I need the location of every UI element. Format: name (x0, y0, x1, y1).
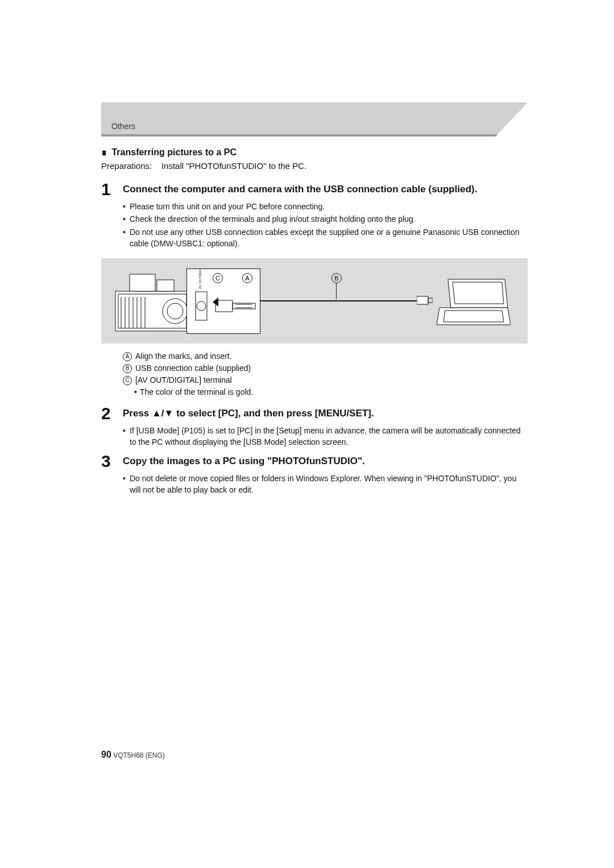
step-body: Connect the computer and camera with the… (123, 181, 528, 250)
preparations-line: Preparations: Install "PHOTOfunSTUDIO" t… (101, 161, 528, 171)
prep-label: Preparations: (101, 161, 152, 171)
svg-rect-26 (428, 298, 433, 303)
step-heading: Copy the images to a PC using "PHOTOfunS… (123, 455, 528, 468)
cable-line (260, 300, 420, 301)
header-accent (101, 134, 528, 137)
annot-text: USB connection cable (supplied) (135, 363, 251, 373)
diagram-label-b: B (331, 273, 342, 283)
prep-text: Install "PHOTOfunSTUDIO" to the PC. (161, 161, 306, 171)
page-number: 90 (101, 750, 111, 759)
annot-mark: A (123, 352, 132, 361)
step-number: 2 (101, 405, 123, 422)
annotation-item: AAlign the marks, and insert. (123, 350, 528, 362)
annotation-sub: The color of the terminal is gold. (123, 386, 528, 398)
annotation-item: C[AV OUT/DIGITAL] terminal (123, 374, 528, 386)
laptop-icon (437, 276, 511, 328)
svg-point-2 (163, 299, 188, 324)
step-number: 1 (101, 181, 123, 198)
step-bullets: If [USB Mode] (P105) is set to [PC] in t… (123, 425, 528, 448)
square-bullet-icon: ∎ (101, 147, 107, 157)
step-bullets: Please turn this unit on and your PC bef… (123, 201, 528, 249)
bullet: Do not delete or move copied files or fo… (123, 473, 528, 496)
bullet: Do not use any other USB connection cabl… (123, 226, 528, 250)
usb-plug-icon (417, 295, 433, 305)
annot-text: [AV OUT/DIGITAL] terminal (135, 375, 232, 385)
step-heading: Press ▲/▼ to select [PC], and then press… (123, 407, 528, 420)
step-3: 3 Copy the images to a PC using "PHOTOfu… (101, 453, 528, 497)
step-body: Copy the images to a PC using "PHOTOfunS… (123, 453, 528, 497)
step-heading: Connect the computer and camera with the… (123, 183, 528, 196)
svg-rect-13 (196, 292, 207, 320)
step-body: Press ▲/▼ to select [PC], and then press… (123, 405, 528, 449)
svg-rect-25 (417, 296, 428, 304)
connection-diagram: AV OUT/DIGITAL C A B (101, 258, 528, 344)
svg-text:AV OUT/DIGITAL: AV OUT/DIGITAL (198, 269, 202, 289)
bullet: Check the direction of the terminals and… (123, 213, 528, 225)
header-category: Others (111, 122, 135, 131)
annotation-item: BUSB connection cable (supplied) (123, 362, 528, 374)
header-band: Others (101, 102, 528, 137)
step-bullets: Do not delete or move copied files or fo… (123, 473, 528, 496)
doc-code: VQT5H68 (ENG) (113, 751, 165, 759)
step-2: 2 Press ▲/▼ to select [PC], and then pre… (101, 405, 528, 449)
svg-rect-5 (157, 280, 174, 291)
annot-text: Align the marks, and insert. (135, 352, 232, 361)
page-footer: 90 VQT5H68 (ENG) (101, 750, 165, 760)
diagram-label-c: C (213, 273, 223, 283)
page-content: Others ∎ Transferring pictures to a PC P… (101, 102, 528, 500)
diagram-label-a: A (242, 273, 252, 283)
bullet: Please turn this unit on and your PC bef… (123, 201, 528, 212)
section-title-text: Transferring pictures to a PC (111, 147, 237, 157)
bullet: If [USB Mode] (P105) is set to [PC] in t… (123, 425, 528, 448)
svg-rect-4 (130, 274, 155, 291)
annot-mark: B (123, 364, 132, 373)
annotation-list: AAlign the marks, and insert. BUSB conne… (101, 350, 528, 398)
label-b-line (336, 283, 337, 299)
svg-point-14 (197, 301, 206, 311)
step-number: 3 (101, 453, 123, 470)
annot-mark: C (123, 376, 132, 385)
section-title: ∎ Transferring pictures to a PC (101, 147, 528, 158)
step-1: 1 Connect the computer and camera with t… (101, 181, 528, 250)
